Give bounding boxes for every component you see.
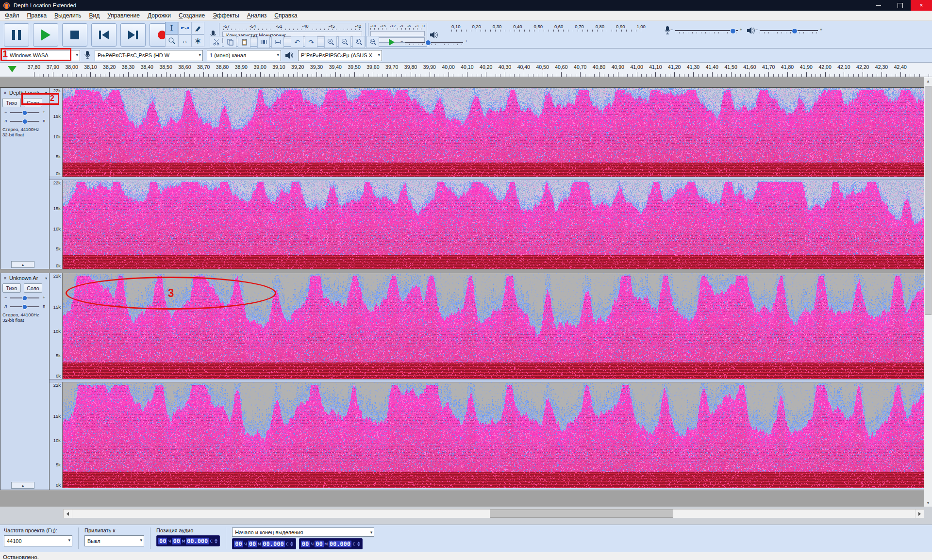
timeline-label: 39,70 <box>385 64 398 70</box>
menu-item-9[interactable]: Справка <box>270 11 301 20</box>
horizontal-scrollbar[interactable] <box>63 509 924 518</box>
track2-solo-button[interactable]: Соло <box>24 283 42 293</box>
play-at-speed-button[interactable] <box>386 36 398 48</box>
menu-item-8[interactable]: Анализ <box>243 11 271 20</box>
track1-solo-button[interactable]: Соло <box>24 98 42 107</box>
track1-name[interactable]: Depth Locati <box>9 90 44 96</box>
scroll-down-icon[interactable]: ▼ <box>924 499 932 507</box>
timeline-tick <box>430 72 430 77</box>
copy-button[interactable] <box>224 36 236 48</box>
timeline-ruler[interactable]: 37,8037,9038,0038,1038,2038,3038,4038,50… <box>0 63 932 77</box>
zoom-tool-button[interactable] <box>165 34 178 47</box>
menu-item-6[interactable]: Создание <box>175 11 209 20</box>
menu-item-7[interactable]: Эффекты <box>209 11 243 20</box>
paste-button[interactable] <box>238 36 250 48</box>
close-button[interactable]: × <box>911 0 932 11</box>
selection-start-field[interactable]: 00ч 00м 00.000с <box>232 538 296 549</box>
skip-to-start-button[interactable] <box>91 23 116 47</box>
project-rate-select[interactable]: 44100 <box>4 535 72 546</box>
timeshift-tool-button[interactable]: ↔ <box>178 34 191 47</box>
skip-to-end-button[interactable] <box>120 23 146 47</box>
menu-item-5[interactable]: Дорожки <box>144 11 175 20</box>
time-spinner-icon[interactable] <box>356 541 361 547</box>
play-speed-thumb[interactable] <box>425 40 431 46</box>
playback-volume-thumb[interactable] <box>792 28 798 34</box>
track2-collapse-button[interactable]: ▲ <box>11 482 34 489</box>
play-speed-slider[interactable] <box>405 38 463 46</box>
track1-pan-slider[interactable]: лп <box>7 117 42 125</box>
scroll-left-icon[interactable] <box>64 510 72 518</box>
undo-button[interactable]: ↶ <box>291 36 303 48</box>
audio-host-select[interactable]: Windows WASA <box>7 50 80 61</box>
scale-label: 0 <box>423 24 425 28</box>
recording-channels-select[interactable]: 1 (моно) канал <box>207 50 281 61</box>
timeline-label: 41,30 <box>687 64 699 70</box>
silence-selection-button[interactable] <box>271 36 284 48</box>
zoom-selection-button[interactable] <box>352 36 365 48</box>
draw-tool-button[interactable] <box>191 22 204 34</box>
selection-end-field[interactable]: 00ч 00м 00.000с <box>299 538 363 549</box>
track2-name[interactable]: Unknown Ar <box>9 275 44 281</box>
scale-label: 1,00 <box>636 24 646 29</box>
track2-close-icon[interactable]: × <box>2 276 8 281</box>
scroll-right-icon[interactable] <box>915 510 924 518</box>
horizontal-scrollbar-thumb[interactable] <box>490 510 673 518</box>
recording-device-select[interactable]: РњРёРєСЂРѕС„РѕРЅ (HD W <box>95 50 203 61</box>
track1-gain-slider[interactable]: −+ <box>7 109 42 116</box>
vertical-scrollbar-thumb[interactable] <box>925 86 932 315</box>
menu-item-3[interactable]: Вид <box>85 11 103 20</box>
maximize-button[interactable] <box>889 0 911 11</box>
frequency-label: 10k <box>53 133 61 139</box>
play-button[interactable] <box>33 23 58 47</box>
track1-ch2-spectrogram[interactable] <box>63 180 924 269</box>
selection-mode-select[interactable]: Начало и конец выделения <box>232 527 374 537</box>
track1-close-icon[interactable]: × <box>2 90 8 96</box>
pause-icon <box>12 30 21 40</box>
multi-tool-button[interactable]: ∗ <box>191 34 204 47</box>
time-spinner-icon[interactable] <box>214 538 218 544</box>
timeline-label: 40,90 <box>612 64 624 70</box>
redo-button[interactable]: ↷ <box>305 36 317 48</box>
snap-to-select[interactable]: Выкл <box>84 535 144 546</box>
track2-gain-slider[interactable]: −+ <box>7 294 42 301</box>
scroll-up-icon[interactable]: ▲ <box>924 77 932 85</box>
cut-button[interactable] <box>210 36 222 48</box>
pause-button[interactable] <box>4 23 29 47</box>
track2-ch2-spectrogram[interactable] <box>63 382 924 488</box>
menu-item-2[interactable]: Выделить <box>50 11 85 20</box>
frequency-label: 5k <box>56 352 61 358</box>
track2-menu-chevron-down-icon[interactable]: ▾ <box>45 276 47 280</box>
vertical-scrollbar[interactable]: ▲ ▼ <box>924 77 932 507</box>
frequency-label: 22k <box>53 180 61 185</box>
playback-volume-slider[interactable] <box>760 27 818 34</box>
zoom-fit-button[interactable] <box>366 36 379 48</box>
track1-mute-button[interactable]: Тихо <box>2 98 21 107</box>
envelope-tool-button[interactable] <box>178 22 191 34</box>
audio-position-field[interactable]: 00ч 00м 00.000с <box>156 535 220 546</box>
track2-ch1-spectrogram[interactable] <box>63 273 924 379</box>
timeline-tick <box>335 72 336 77</box>
track1-ch1-spectrogram[interactable] <box>63 88 924 177</box>
mixer-toolbar <box>664 26 818 35</box>
stop-button[interactable] <box>62 23 87 47</box>
playback-device-select[interactable]: Р“РѕР»РѕРІРЅС‹Рµ (ASUS X <box>298 50 382 61</box>
scale-label: 0,90 <box>616 24 625 29</box>
recording-volume-slider[interactable] <box>675 27 738 34</box>
track2-mute-button[interactable]: Тихо <box>2 283 21 293</box>
minimize-button[interactable] <box>868 0 889 11</box>
track1-menu-chevron-down-icon[interactable]: ▾ <box>45 91 47 95</box>
trim-outside-selection-button[interactable] <box>257 36 270 48</box>
zoom-in-button[interactable] <box>324 36 337 48</box>
track2-channel-divider <box>50 379 924 382</box>
playhead-pin-icon[interactable] <box>8 66 17 72</box>
menu-item-4[interactable]: Управление <box>103 11 144 20</box>
menu-item-0[interactable]: Файл <box>1 11 23 20</box>
zoom-out-button[interactable] <box>338 36 351 48</box>
time-spinner-icon[interactable] <box>290 541 294 547</box>
timeline-tick <box>72 72 72 77</box>
track2-pan-slider[interactable]: лп <box>7 303 42 310</box>
track1-collapse-button[interactable]: ▲ <box>11 261 34 268</box>
scale-label: -12 <box>390 24 396 28</box>
selection-tool-button[interactable]: I <box>165 22 178 34</box>
menu-item-1[interactable]: Правка <box>23 11 51 20</box>
